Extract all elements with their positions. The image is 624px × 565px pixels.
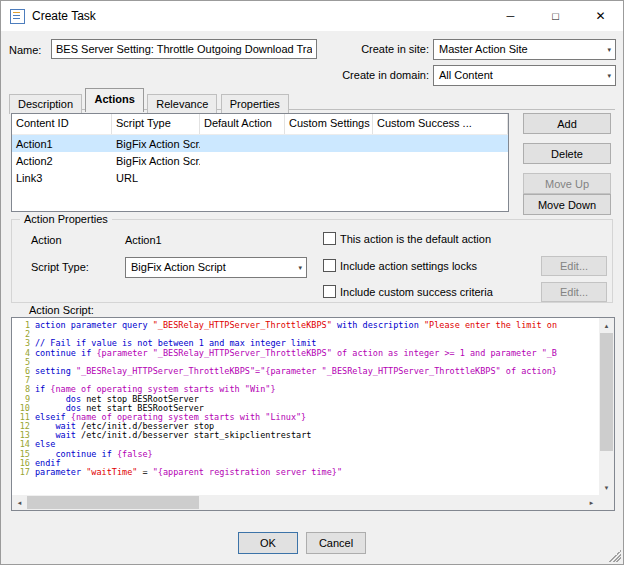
settings-locks-checkbox-label: Include action settings locks xyxy=(340,260,477,272)
table-cell: BigFix Action Scr... xyxy=(112,155,200,167)
code-line: 2 xyxy=(16,330,598,339)
code-line: 13 wait /etc/init.d/besserver start_skip… xyxy=(16,431,598,440)
scroll-left-icon[interactable]: ◄ xyxy=(12,495,27,510)
create-in-domain-value: All Content xyxy=(439,69,493,81)
scroll-right-icon[interactable]: ► xyxy=(584,495,599,510)
table-cell: Link3 xyxy=(12,172,112,184)
column-header[interactable]: Custom Settings xyxy=(285,114,373,134)
move-down-button[interactable]: Move Down xyxy=(523,194,611,215)
code-line: 17parameter "waitTime" = "{apparent regi… xyxy=(16,468,598,477)
table-body: Action1BigFix Action Scr...Action2BigFix… xyxy=(12,135,508,186)
create-in-site-select[interactable]: Master Action Site ▾ xyxy=(433,39,616,60)
tab-description[interactable]: Description xyxy=(9,94,82,114)
edit-success-button[interactable]: Edit... xyxy=(541,282,607,302)
chevron-down-icon: ▾ xyxy=(607,66,611,85)
code-line: 8if {name of operating system starts wit… xyxy=(16,385,598,394)
tab-relevance[interactable]: Relevance xyxy=(147,94,217,114)
close-icon[interactable]: ✕ xyxy=(578,1,623,31)
success-criteria-checkbox-label: Include custom success criteria xyxy=(340,286,493,298)
code-line: 1action parameter query "_BESRelay_HTTPS… xyxy=(16,321,598,330)
code-line: 7 xyxy=(16,376,598,385)
code-line: 5 xyxy=(16,358,598,367)
script-type-value: BigFix Action Script xyxy=(131,261,226,273)
tab-actions[interactable]: Actions xyxy=(85,88,143,112)
code-lines[interactable]: 1action parameter query "_BESRelay_HTTPS… xyxy=(13,319,598,494)
vertical-scroll-thumb[interactable] xyxy=(600,333,613,451)
code-line: 12 wait /etc/init.d/besserver stop xyxy=(16,422,598,431)
create-in-site-label: Create in site: xyxy=(351,43,429,55)
scroll-up-icon[interactable]: ▲ xyxy=(599,318,614,333)
chevron-down-icon: ▾ xyxy=(607,40,611,59)
create-in-site-value: Master Action Site xyxy=(439,43,528,55)
table-row[interactable]: Link3URL xyxy=(12,169,508,186)
settings-locks-checkbox[interactable] xyxy=(323,259,336,272)
vertical-scrollbar[interactable]: ▲ ▼ xyxy=(599,318,614,495)
actions-table[interactable]: Content IDScript TypeDefault ActionCusto… xyxy=(11,113,509,212)
name-input[interactable] xyxy=(51,39,317,59)
action-script-label: Action Script: xyxy=(29,304,94,316)
column-header[interactable]: Content ID xyxy=(12,114,112,134)
table-cell: URL xyxy=(112,172,200,184)
action-properties-group: Action Properties xyxy=(11,219,613,303)
maximize-icon[interactable]: □ xyxy=(533,1,578,31)
column-header[interactable]: Script Type xyxy=(112,114,200,134)
table-row[interactable]: Action1BigFix Action Scr... xyxy=(12,135,508,152)
delete-button[interactable]: Delete xyxy=(523,143,611,164)
resize-grip[interactable] xyxy=(609,550,621,562)
name-label: Name: xyxy=(9,44,41,56)
minimize-icon[interactable]: ─ xyxy=(488,1,533,31)
action-properties-legend: Action Properties xyxy=(20,213,112,225)
chevron-down-icon: ▾ xyxy=(298,258,302,277)
success-criteria-checkbox[interactable] xyxy=(323,285,336,298)
window-title: Create Task xyxy=(32,1,96,31)
code-line: 16endif xyxy=(16,459,598,468)
code-line: 3// Fail if value is not between 1 and m… xyxy=(16,339,598,348)
app-icon xyxy=(10,9,25,24)
code-line: 11elseif {name of operating system start… xyxy=(16,413,598,422)
scrollbar-corner xyxy=(599,495,614,510)
action-label: Action xyxy=(31,234,62,246)
code-line: 6setting "_BESRelay_HTTPServer_ThrottleK… xyxy=(16,367,598,376)
move-up-button[interactable]: Move Up xyxy=(523,173,611,194)
script-type-label: Script Type: xyxy=(31,261,89,273)
table-cell: BigFix Action Scr... xyxy=(112,138,200,150)
column-header[interactable]: Default Action xyxy=(200,114,285,134)
table-header: Content IDScript TypeDefault ActionCusto… xyxy=(12,114,508,135)
create-task-dialog: Create Task ─ □ ✕ Name: Create in site: … xyxy=(0,0,624,565)
script-type-select[interactable]: BigFix Action Script ▾ xyxy=(125,257,307,278)
table-row[interactable]: Action2BigFix Action Scr... xyxy=(12,152,508,169)
table-cell: Action2 xyxy=(12,155,112,167)
cancel-button[interactable]: Cancel xyxy=(306,532,366,554)
action-script-editor[interactable]: 1action parameter query "_BESRelay_HTTPS… xyxy=(11,317,615,511)
ok-button[interactable]: OK xyxy=(238,532,298,554)
code-line: 14else xyxy=(16,440,598,449)
default-action-checkbox[interactable] xyxy=(323,232,336,245)
title-bar[interactable]: Create Task ─ □ ✕ xyxy=(1,1,623,31)
column-header[interactable]: Custom Success ... xyxy=(373,114,508,134)
code-line: 4continue if {parameter "_BESRelay_HTTPS… xyxy=(16,349,598,358)
edit-settings-button[interactable]: Edit... xyxy=(541,256,607,276)
create-in-domain-select[interactable]: All Content ▾ xyxy=(433,65,616,86)
code-line: 10 dos net start BESRootServer xyxy=(16,404,598,413)
default-action-checkbox-label: This action is the default action xyxy=(340,233,491,245)
code-line: 9 dos net stop BESRootServer xyxy=(16,395,598,404)
table-cell: Action1 xyxy=(12,138,112,150)
scroll-down-icon[interactable]: ▼ xyxy=(599,480,614,495)
action-value: Action1 xyxy=(125,234,162,246)
tab-strip: Description Actions Relevance Properties xyxy=(9,88,615,110)
horizontal-scrollbar[interactable]: ◄ ► xyxy=(12,495,599,510)
tab-properties[interactable]: Properties xyxy=(221,94,289,114)
add-button[interactable]: Add xyxy=(523,113,611,134)
code-line: 15 continue if {false} xyxy=(16,450,598,459)
horizontal-scroll-thumb[interactable] xyxy=(27,496,199,509)
create-in-domain-label: Create in domain: xyxy=(334,69,429,81)
